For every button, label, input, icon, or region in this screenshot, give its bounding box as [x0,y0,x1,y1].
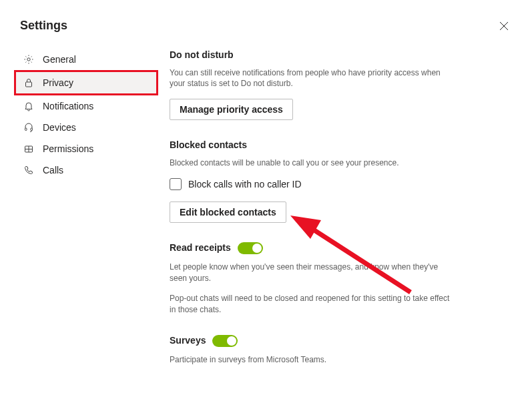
sidebar-item-calls[interactable]: Calls [16,159,156,181]
close-icon [499,21,509,31]
sidebar-item-general[interactable]: General [16,49,156,70]
block-no-caller-id-label: Block calls with no caller ID [188,178,302,191]
svg-point-0 [27,58,30,61]
manage-priority-access-button[interactable]: Manage priority access [170,99,293,120]
block-no-caller-id-checkbox[interactable] [170,178,182,190]
read-receipts-description-2: Pop-out chats will need to be closed and… [170,293,456,316]
sidebar-item-privacy[interactable]: Privacy [16,72,156,93]
page-title: Settings [20,19,67,33]
main-content: Do not disturb You can still receive not… [156,45,516,374]
blocked-contacts-heading: Blocked contacts [170,139,456,152]
sidebar-item-permissions[interactable]: Permissions [16,138,156,159]
surveys-toggle[interactable] [212,335,238,347]
sidebar-item-label: Privacy [43,77,73,88]
surveys-heading: Surveys [170,334,206,348]
lock-icon [23,77,35,88]
sidebar-item-label: Permissions [43,143,93,154]
svg-rect-3 [31,128,33,131]
sidebar-item-label: Devices [43,122,76,133]
dnd-description: You can still receive notifications from… [170,67,456,90]
close-button[interactable] [499,21,509,31]
blocked-contacts-description: Blocked contacts will be unable to call … [170,157,456,169]
gear-icon [23,54,35,65]
sidebar: General Privacy Notifications Devices [16,45,156,374]
bell-icon [23,101,35,111]
edit-blocked-contacts-button[interactable]: Edit blocked contacts [170,202,286,223]
dnd-heading: Do not disturb [170,49,456,62]
svg-rect-2 [25,128,27,131]
sidebar-item-label: Calls [43,165,63,175]
annotation-highlight-privacy: Privacy [14,70,158,95]
sidebar-item-notifications[interactable]: Notifications [16,95,156,117]
read-receipts-description-1: Let people know when you've seen their m… [170,262,456,284]
headset-icon [23,122,35,133]
sidebar-item-label: Notifications [43,101,93,111]
phone-icon [23,165,35,175]
sidebar-item-label: General [43,54,76,65]
surveys-description: Participate in surveys from Microsoft Te… [170,354,456,366]
read-receipts-heading: Read receipts [170,242,231,255]
read-receipts-toggle[interactable] [238,242,263,254]
svg-rect-1 [26,82,32,87]
sidebar-item-devices[interactable]: Devices [16,117,156,138]
package-icon [23,143,35,154]
